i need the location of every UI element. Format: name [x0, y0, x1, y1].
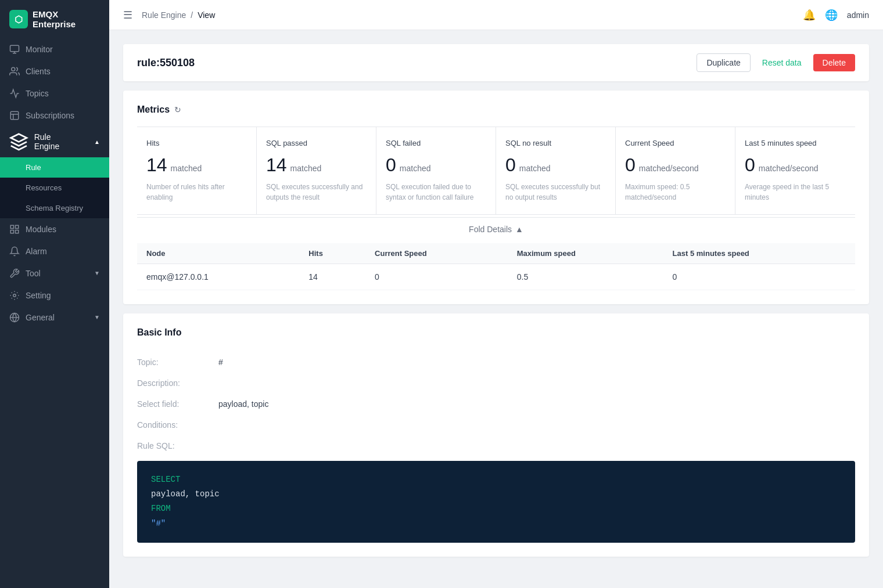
sidebar-label-tool: Tool — [26, 269, 41, 278]
breadcrumb: Rule Engine / View — [142, 10, 794, 20]
subscriptions-icon — [9, 110, 20, 121]
reset-data-button[interactable]: Reset data — [755, 54, 809, 71]
main-content: ☰ Rule Engine / View 🔔 🌐 admin rule:5501… — [109, 0, 883, 588]
page-header: rule:550108 Duplicate Reset data Delete — [123, 44, 869, 81]
sidebar-item-modules[interactable]: Modules — [0, 218, 109, 240]
duplicate-button[interactable]: Duplicate — [697, 53, 750, 72]
monitor-icon — [9, 44, 20, 55]
metric-current-speed-unit: matched/second — [639, 164, 699, 173]
sidebar-label-alarm: Alarm — [26, 247, 47, 256]
sidebar-label-general: General — [26, 313, 55, 322]
menu-icon[interactable]: ☰ — [123, 9, 132, 21]
page-title: rule:550108 — [137, 57, 195, 69]
info-row-description: Description: — [137, 373, 855, 394]
metric-hits-desc: Number of rules hits after enabling — [146, 182, 247, 203]
sidebar-label-subscriptions: Subscriptions — [26, 111, 74, 120]
setting-icon — [9, 290, 20, 301]
metric-sql-failed-number: 0 — [386, 154, 396, 176]
metrics-header: Metrics ↻ — [137, 104, 855, 115]
sidebar-label-modules: Modules — [26, 225, 56, 234]
metric-last5-speed-number: 0 — [745, 154, 755, 176]
cell-max-speed: 0.5 — [508, 264, 663, 290]
sidebar-label-monitor: Monitor — [26, 45, 53, 54]
notification-icon[interactable]: 🔔 — [803, 9, 816, 21]
svg-point-7 — [13, 294, 16, 297]
info-label-description: Description: — [137, 378, 218, 388]
metric-sql-no-result-value: 0 matched — [505, 154, 606, 176]
breadcrumb-separator: / — [191, 10, 193, 20]
svg-rect-4 — [16, 225, 19, 228]
rule-engine-submenu: Rule Resources Schema Registry — [0, 157, 109, 218]
metric-sql-failed-value: 0 matched — [386, 154, 486, 176]
metric-sql-no-result-number: 0 — [505, 154, 516, 176]
col-current-speed: Current Speed — [365, 243, 508, 264]
info-row-select-field: Select field: payload, topic — [137, 394, 855, 414]
metrics-title: Metrics — [137, 104, 170, 115]
user-name[interactable]: admin — [847, 10, 869, 20]
rule-engine-icon — [9, 132, 28, 151]
sidebar-item-rule[interactable]: Rule — [0, 157, 109, 178]
sql-line-2: payload, topic — [151, 487, 841, 502]
sidebar-item-setting[interactable]: Setting — [0, 284, 109, 306]
metrics-table-head: Node Hits Current Speed Maximum speed La… — [137, 243, 855, 264]
sidebar-label-setting: Setting — [26, 291, 51, 300]
general-icon — [9, 312, 20, 323]
metric-hits-unit: matched — [171, 164, 202, 173]
breadcrumb-rule-engine[interactable]: Rule Engine — [142, 10, 186, 20]
cell-last5-speed: 0 — [663, 264, 855, 290]
sidebar-item-tool[interactable]: Tool ▼ — [0, 262, 109, 284]
metric-sql-failed-desc: SQL execution failed due to syntax or fu… — [386, 182, 486, 203]
metric-current-speed: Current Speed 0 matched/second Maximum s… — [616, 127, 735, 215]
sidebar-item-resources[interactable]: Resources — [0, 178, 109, 198]
metric-last5-speed: Last 5 minutes speed 0 matched/second Av… — [735, 127, 855, 215]
metric-sql-passed-number: 14 — [266, 154, 287, 176]
metric-sql-failed-unit: matched — [400, 164, 431, 173]
delete-button[interactable]: Delete — [813, 54, 855, 71]
info-label-topic: Topic: — [137, 358, 218, 367]
svg-point-1 — [12, 67, 15, 71]
tool-icon — [9, 268, 20, 279]
tool-chevron-icon: ▼ — [94, 270, 100, 276]
metric-current-speed-desc: Maximum speed: 0.5 matched/second — [625, 182, 726, 203]
sidebar-item-general[interactable]: General ▼ — [0, 306, 109, 329]
sidebar-label-rule-engine: Rule Engine — [34, 132, 60, 151]
fold-chevron-icon: ▲ — [515, 225, 523, 234]
app-logo: ⬡ EMQX Enterprise — [0, 0, 109, 38]
sidebar-item-rule-engine[interactable]: Rule Engine ▲ — [0, 127, 109, 157]
app-name: EMQX Enterprise — [33, 9, 100, 29]
sidebar-item-alarm[interactable]: Alarm — [0, 240, 109, 262]
svg-rect-2 — [10, 111, 19, 120]
info-row-conditions: Conditions: — [137, 414, 855, 435]
info-row-topic: Topic: # — [137, 352, 855, 373]
sidebar-item-monitor[interactable]: Monitor — [0, 38, 109, 60]
col-last5-speed: Last 5 minutes speed — [663, 243, 855, 264]
chevron-up-icon: ▲ — [94, 139, 100, 145]
sidebar-item-subscriptions[interactable]: Subscriptions — [0, 104, 109, 127]
fold-details-button[interactable]: Fold Details ▲ — [137, 217, 855, 241]
content-area: rule:550108 Duplicate Reset data Delete … — [109, 30, 883, 588]
sidebar-item-schema-registry[interactable]: Schema Registry — [0, 198, 109, 218]
metric-last5-speed-label: Last 5 minutes speed — [745, 139, 846, 147]
sidebar-item-topics[interactable]: Topics — [0, 82, 109, 104]
metric-sql-passed: SQL passed 14 matched SQL executes succe… — [257, 127, 376, 215]
general-chevron-icon: ▼ — [94, 314, 100, 320]
metric-last5-speed-unit: matched/second — [759, 164, 819, 173]
metric-last5-speed-value: 0 matched/second — [745, 154, 846, 176]
table-row: emqx@127.0.0.1 14 0 0.5 0 — [137, 264, 855, 290]
metric-hits: Hits 14 matched Number of rules hits aft… — [137, 127, 257, 215]
sidebar-label-resources: Resources — [26, 183, 62, 192]
topbar: ☰ Rule Engine / View 🔔 🌐 admin — [109, 0, 883, 30]
svg-rect-6 — [10, 230, 13, 233]
refresh-icon[interactable]: ↻ — [174, 105, 181, 114]
language-icon[interactable]: 🌐 — [825, 9, 838, 21]
sidebar-item-clients[interactable]: Clients — [0, 60, 109, 82]
metrics-grid: Hits 14 matched Number of rules hits aft… — [137, 127, 855, 215]
sql-line-1: SELECT — [151, 472, 841, 487]
sql-select-fields: payload, topic — [151, 489, 220, 499]
metric-hits-label: Hits — [146, 139, 247, 147]
col-hits: Hits — [299, 243, 365, 264]
metric-current-speed-value: 0 matched/second — [625, 154, 726, 176]
alarm-icon — [9, 246, 20, 257]
cell-hits: 14 — [299, 264, 365, 290]
metric-sql-no-result-unit: matched — [519, 164, 551, 173]
